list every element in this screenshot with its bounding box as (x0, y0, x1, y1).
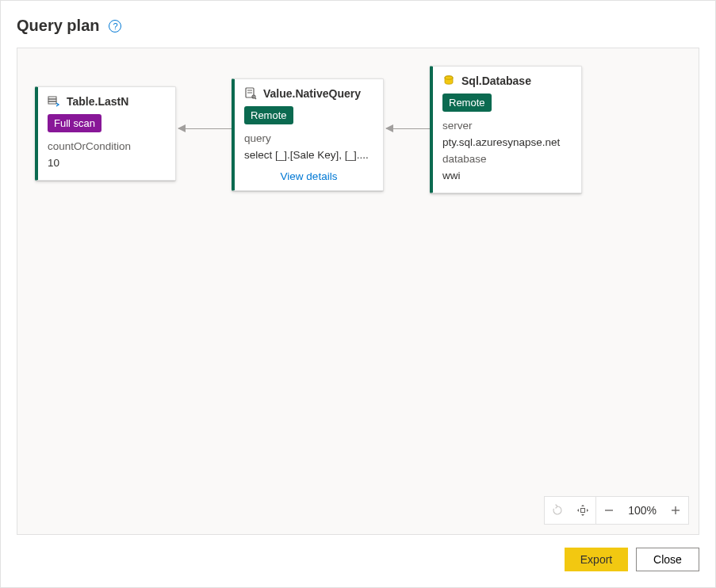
export-button[interactable]: Export (565, 548, 628, 571)
node-title: Table.LastN (67, 95, 128, 108)
fit-to-screen-icon[interactable] (570, 497, 595, 524)
node-title: Sql.Database (461, 74, 531, 87)
zoom-level: 100% (622, 504, 663, 517)
view-details-link[interactable]: View details (244, 170, 373, 182)
query-plan-dialog: Query plan ? Table.LastN Full scan c (0, 0, 716, 588)
zoom-in-icon[interactable] (663, 497, 688, 524)
query-plan-canvas[interactable]: Table.LastN Full scan countOrCondition 1… (17, 48, 699, 535)
zoom-out-icon[interactable] (596, 497, 622, 524)
node-field-value: pty.sql.azuresynapse.net (442, 135, 572, 151)
node-field-label: query (244, 131, 373, 147)
node-sql-database[interactable]: Sql.Database Remote server pty.sql.azure… (430, 66, 582, 193)
nativequery-icon (244, 87, 257, 100)
node-table-lastn[interactable]: Table.LastN Full scan countOrCondition 1… (35, 86, 176, 181)
node-field-value: 10 (48, 155, 166, 172)
remote-badge: Remote (442, 94, 492, 112)
database-icon (442, 74, 455, 87)
flow-arrow (178, 128, 232, 129)
dialog-header: Query plan ? (17, 17, 699, 35)
zoom-toolbar: 100% (544, 496, 689, 525)
svg-rect-2 (48, 101, 56, 104)
dialog-footer: Export Close (17, 548, 699, 571)
node-value-nativequery[interactable]: Value.NativeQuery Remote query select [_… (232, 78, 384, 191)
node-field-label: database (442, 151, 572, 168)
node-header: Value.NativeQuery (244, 87, 373, 100)
fullscan-badge: Full scan (48, 114, 101, 132)
svg-line-7 (255, 98, 257, 100)
node-field-label: server (442, 118, 572, 135)
close-button[interactable]: Close (636, 548, 699, 571)
reset-zoom-icon[interactable] (545, 497, 570, 524)
table-lastn-icon (48, 95, 60, 108)
svg-rect-10 (581, 509, 585, 513)
remote-badge: Remote (244, 106, 293, 124)
dialog-title: Query plan (17, 17, 99, 35)
node-title: Value.NativeQuery (263, 87, 361, 100)
help-icon[interactable]: ? (109, 20, 121, 32)
node-field-value: wwi (442, 168, 572, 185)
node-header: Sql.Database (442, 74, 572, 87)
node-field-label: countOrCondition (48, 139, 166, 155)
flow-arrow (386, 128, 430, 129)
node-field-value: select [_].[Sale Key], [_].... (244, 147, 373, 164)
node-header: Table.LastN (48, 95, 166, 108)
